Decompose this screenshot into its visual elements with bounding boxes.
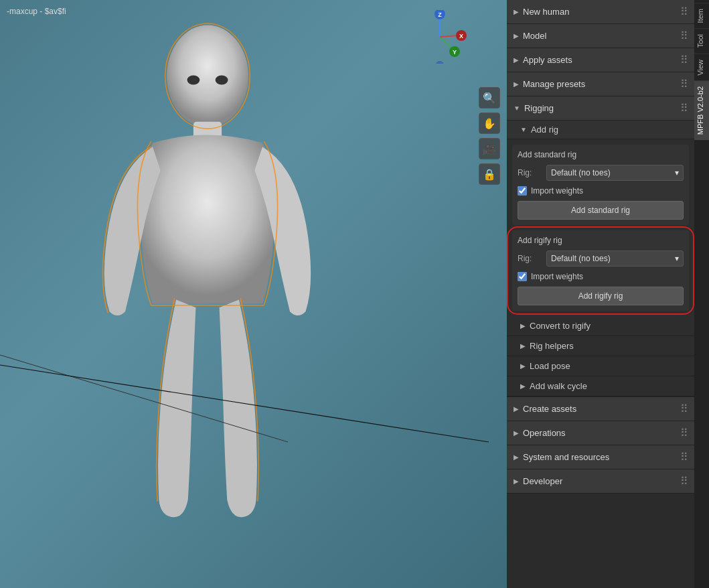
lock-button[interactable]: 🔒: [479, 163, 500, 185]
chevron-right-icon5: ▶: [520, 322, 526, 329]
viewport-toolbar: 🔍 ✋ 🎥 🔒: [479, 87, 500, 185]
add-rig-content: Add standard rig Rig: Default (no toes) …: [507, 139, 694, 397]
dots-icon: ⠿: [680, 5, 688, 18]
section-operations-label: Operations: [523, 428, 566, 438]
section-new-human-label: New human: [523, 7, 569, 17]
section-developer-label: Developer: [523, 476, 562, 486]
svg-point-1: [187, 76, 200, 85]
chevron-right-icon10: ▶: [514, 429, 519, 437]
subsection-add-rig[interactable]: ▼ Add rig: [507, 121, 694, 139]
standard-import-weights-label: Import weights: [531, 186, 583, 196]
chevron-right-icon: ▶: [514, 8, 519, 15]
convert-to-rigify-label: Convert to rigify: [530, 321, 590, 331]
human-figure: [0, 0, 507, 588]
camera-button[interactable]: 🎥: [479, 138, 500, 159]
section-system-and-resources[interactable]: ▶ System and resources ⠿: [507, 445, 694, 469]
svg-point-0: [167, 25, 248, 127]
dots-icon6: ⠿: [680, 402, 688, 415]
chevron-down-icon2: ▼: [520, 126, 527, 133]
chevron-right-icon8: ▶: [520, 382, 526, 390]
dots-icon5: ⠿: [680, 102, 688, 115]
dots-icon2: ⠿: [680, 29, 688, 42]
chevron-right-icon7: ▶: [520, 362, 526, 370]
chevron-right-icon3: ▶: [514, 56, 519, 64]
collapse-rig-helpers[interactable]: ▶ Rig helpers: [507, 336, 694, 356]
section-model-label: Model: [523, 31, 546, 41]
tab-item[interactable]: Item: [694, 3, 709, 28]
3d-viewport[interactable]: -maxcup - $av$fi: [0, 0, 507, 588]
chevron-right-icon11: ▶: [514, 453, 519, 461]
tab-mpfb[interactable]: MPFB V2.0-b2: [694, 80, 709, 140]
rigify-rig-box: Add rigify rig Rig: Default (no toes) ▾ …: [512, 230, 689, 311]
rigify-rig-label: Rig:: [518, 254, 541, 263]
rigify-rig-title: Add rigify rig: [518, 236, 684, 245]
standard-import-weights-row: Import weights: [518, 186, 684, 196]
chevron-right-icon6: ▶: [520, 342, 526, 350]
dots-icon4: ⠿: [680, 78, 688, 90]
tab-strip: Item Tool View MPFB V2.0-b2: [694, 0, 709, 588]
standard-rig-dropdown[interactable]: Default (no toes) ▾: [546, 165, 684, 181]
section-manage-presets-label: Manage presets: [523, 79, 585, 89]
svg-line-14: [440, 35, 459, 37]
svg-text:Z: Z: [438, 11, 442, 18]
section-new-human[interactable]: ▶ New human ⠿: [507, 0, 694, 24]
tab-view[interactable]: View: [694, 54, 709, 81]
human-model-svg: [67, 13, 348, 563]
svg-text:X: X: [459, 33, 463, 40]
rigify-rig-dropdown-value: Default (no toes): [551, 254, 611, 263]
dropdown-arrow-icon: ▾: [675, 168, 679, 177]
svg-text:Y: Y: [453, 49, 457, 56]
add-rigify-rig-button[interactable]: Add rigify rig: [518, 287, 684, 305]
section-developer[interactable]: ▶ Developer ⠿: [507, 469, 694, 494]
chevron-down-icon: ▼: [514, 104, 520, 112]
collapse-load-pose[interactable]: ▶ Load pose: [507, 356, 694, 376]
3d-gizmo[interactable]: Z Y X: [413, 10, 467, 64]
collapse-convert-to-rigify[interactable]: ▶ Convert to rigify: [507, 316, 694, 336]
rigify-import-weights-checkbox[interactable]: [518, 272, 527, 281]
load-pose-label: Load pose: [530, 361, 570, 371]
standard-rig-box: Add standard rig Rig: Default (no toes) …: [512, 145, 689, 225]
chevron-right-icon9: ▶: [514, 405, 519, 413]
chevron-right-icon4: ▶: [514, 80, 519, 88]
dots-icon3: ⠿: [680, 54, 688, 66]
rigify-rig-dropdown[interactable]: Default (no toes) ▾: [546, 250, 684, 267]
section-rigging-label: Rigging: [524, 103, 554, 113]
hand-button[interactable]: ✋: [479, 113, 500, 134]
section-create-assets[interactable]: ▶ Create assets ⠿: [507, 397, 694, 421]
zoom-button[interactable]: 🔍: [479, 87, 500, 108]
chevron-right-icon12: ▶: [514, 477, 519, 485]
section-manage-presets[interactable]: ▶ Manage presets ⠿: [507, 72, 694, 96]
right-panel: ▶ New human ⠿ ▶ Model ⠿ ▶ Apply assets ⠿…: [507, 0, 694, 588]
section-rigging[interactable]: ▼ Rigging ⠿: [507, 96, 694, 121]
rigify-import-weights-label: Import weights: [531, 272, 583, 281]
section-model[interactable]: ▶ Model ⠿: [507, 24, 694, 48]
standard-import-weights-checkbox[interactable]: [518, 186, 527, 196]
standard-rig-title: Add standard rig: [518, 150, 684, 159]
dots-icon7: ⠿: [680, 427, 688, 439]
standard-rig-label: Rig:: [518, 168, 541, 177]
subsection-add-rig-label: Add rig: [531, 125, 558, 135]
rigify-rig-field-row: Rig: Default (no toes) ▾: [518, 250, 684, 267]
dots-icon9: ⠿: [680, 475, 688, 488]
add-walk-cycle-label: Add walk cycle: [530, 381, 587, 391]
add-standard-rig-button[interactable]: Add standard rig: [518, 201, 684, 220]
svg-point-17: [436, 61, 444, 64]
standard-rig-dropdown-value: Default (no toes): [551, 168, 611, 177]
tab-tool[interactable]: Tool: [694, 28, 709, 53]
section-create-assets-label: Create assets: [523, 404, 576, 414]
section-apply-assets-label: Apply assets: [523, 55, 572, 65]
svg-point-2: [216, 76, 228, 85]
section-operations[interactable]: ▶ Operations ⠿: [507, 421, 694, 445]
section-apply-assets[interactable]: ▶ Apply assets ⠿: [507, 48, 694, 72]
rig-helpers-label: Rig helpers: [530, 341, 574, 351]
dropdown-arrow-icon2: ▾: [675, 254, 679, 263]
standard-rig-field-row: Rig: Default (no toes) ▾: [518, 165, 684, 181]
rigify-import-weights-row: Import weights: [518, 272, 684, 281]
collapse-add-walk-cycle[interactable]: ▶ Add walk cycle: [507, 376, 694, 396]
chevron-right-icon2: ▶: [514, 32, 519, 40]
section-system-and-resources-label: System and resources: [523, 452, 609, 462]
dots-icon8: ⠿: [680, 451, 688, 463]
